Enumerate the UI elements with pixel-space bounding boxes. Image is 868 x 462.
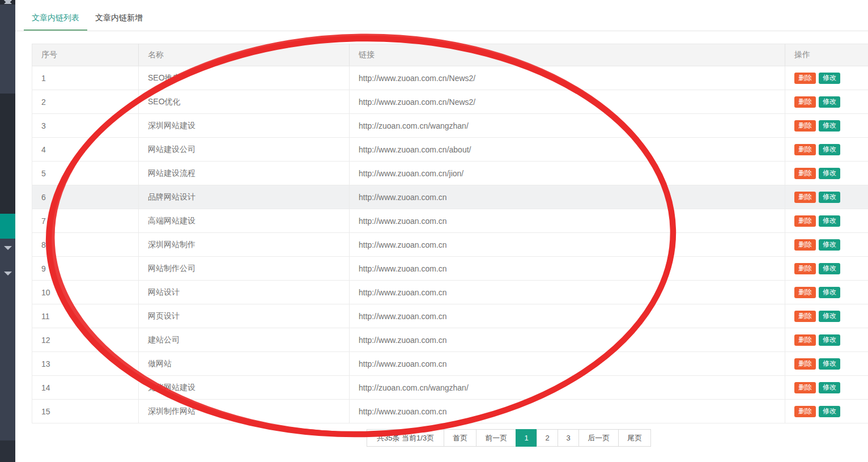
cell-name: SEO优化 — [139, 90, 350, 114]
table-row: 8深圳网站制作http://www.zuoan.com.cn删除修改 — [32, 233, 868, 257]
column-header-action: 操作 — [785, 44, 868, 66]
table-row: 14龙华网站建设http://zuoan.com.cn/wangzhan/删除修… — [32, 376, 868, 400]
cell-name: 网站建设公司 — [139, 138, 350, 162]
cell-no: 11 — [32, 304, 139, 328]
pagination-page-1[interactable]: 1 — [516, 429, 537, 447]
cell-name: 深圳制作网站 — [139, 400, 350, 423]
cell-link: http://www.zuoan.com.cn — [350, 281, 785, 304]
modify-button[interactable]: 修改 — [819, 263, 840, 274]
cell-no: 8 — [32, 233, 139, 257]
cell-link: http://www.zuoan.com.cn — [350, 352, 785, 376]
modify-button[interactable]: 修改 — [819, 96, 840, 108]
modify-button[interactable]: 修改 — [819, 120, 840, 132]
delete-button[interactable]: 删除 — [794, 96, 816, 108]
cell-link: http://www.zuoan.com.cn — [350, 400, 785, 423]
pagination-last[interactable]: 尾页 — [618, 429, 651, 447]
pagination-prev[interactable]: 前一页 — [476, 429, 516, 447]
table-row: 5网站建设流程http://www.zuoan.com.cn/jion/删除修改 — [32, 162, 868, 185]
cell-actions: 删除修改 — [785, 376, 868, 400]
modify-button[interactable]: 修改 — [819, 334, 840, 346]
cell-name: 品牌网站设计 — [139, 185, 350, 209]
cell-no: 12 — [32, 328, 139, 352]
modify-button[interactable]: 修改 — [819, 287, 840, 298]
sidebar-submenu-block — [0, 94, 15, 214]
cell-link: http://www.zuoan.com.cn/jion/ — [350, 162, 785, 185]
modify-button[interactable]: 修改 — [819, 358, 840, 370]
tab-article-link-add[interactable]: 文章内链新增 — [87, 13, 151, 30]
pagination-page-2[interactable]: 2 — [537, 429, 558, 447]
sidebar-bottom-strip — [0, 440, 15, 462]
modify-button[interactable]: 修改 — [819, 239, 840, 251]
table-header-row: 序号 名称 链接 操作 — [32, 44, 868, 66]
delete-button[interactable]: 删除 — [794, 73, 816, 84]
pagination-page-3[interactable]: 3 — [558, 429, 579, 447]
delete-button[interactable]: 删除 — [794, 334, 816, 346]
modify-button[interactable]: 修改 — [819, 382, 840, 393]
modify-button[interactable]: 修改 — [819, 406, 840, 417]
cell-link: http://www.zuoan.com.cn — [350, 328, 785, 352]
delete-button[interactable]: 删除 — [794, 382, 816, 393]
delete-button[interactable]: 删除 — [794, 168, 816, 179]
cell-name: 建站公司 — [139, 328, 350, 352]
column-header-no: 序号 — [32, 44, 139, 66]
sidebar-arrow-down-icon[interactable] — [4, 272, 12, 275]
cell-link: http://zuoan.com.cn/wangzhan/ — [350, 114, 785, 138]
pagination: 共35条 当前1/3页 首页前一页123后一页尾页 — [367, 429, 651, 447]
table-row: 3深圳网站建设http://zuoan.com.cn/wangzhan/删除修改 — [32, 114, 868, 138]
cell-actions: 删除修改 — [785, 209, 868, 233]
pagination-next[interactable]: 后一页 — [578, 429, 619, 447]
table-row: 10网站设计http://www.zuoan.com.cn删除修改 — [32, 281, 868, 304]
table-row: 2SEO优化http://www.zuoan.com.cn/News2/删除修改 — [32, 90, 868, 114]
cell-actions: 删除修改 — [785, 281, 868, 304]
tab-bar: 文章内链列表文章内链新增 — [15, 0, 868, 31]
sidebar-active-indicator[interactable] — [0, 214, 15, 239]
table-row: 11网页设计http://www.zuoan.com.cn删除修改 — [32, 304, 868, 328]
pagination-first[interactable]: 首页 — [444, 429, 476, 447]
cell-no: 15 — [32, 400, 139, 423]
delete-button[interactable]: 删除 — [794, 358, 816, 370]
delete-button[interactable]: 删除 — [794, 215, 816, 227]
table-row: 13做网站http://www.zuoan.com.cn删除修改 — [32, 352, 868, 376]
cell-name: SEO推广 — [139, 66, 350, 90]
delete-button[interactable]: 删除 — [794, 406, 816, 417]
cell-link: http://www.zuoan.com.cn — [350, 257, 785, 281]
cell-actions: 删除修改 — [785, 185, 868, 209]
cell-link: http://www.zuoan.com.cn — [350, 209, 785, 233]
page: 文章内链列表文章内链新增 序号 名称 链接 操作 1SEO推广http://ww… — [0, 0, 868, 462]
cell-no: 6 — [32, 185, 139, 209]
cell-actions: 删除修改 — [785, 90, 868, 114]
modify-button[interactable]: 修改 — [819, 192, 840, 203]
sidebar-arrow-down-icon[interactable] — [4, 0, 12, 4]
cell-actions: 删除修改 — [785, 114, 868, 138]
delete-button[interactable]: 删除 — [794, 144, 816, 155]
cell-name: 高端网站建设 — [139, 209, 350, 233]
delete-button[interactable]: 删除 — [794, 287, 816, 298]
cell-no: 7 — [32, 209, 139, 233]
modify-button[interactable]: 修改 — [819, 144, 840, 155]
modify-button[interactable]: 修改 — [819, 215, 840, 227]
delete-button[interactable]: 删除 — [794, 311, 816, 322]
cell-link: http://www.zuoan.com.cn/News2/ — [350, 66, 785, 90]
modify-button[interactable]: 修改 — [819, 311, 840, 322]
table-row: 15深圳制作网站http://www.zuoan.com.cn删除修改 — [32, 400, 868, 423]
cell-no: 3 — [32, 114, 139, 138]
cell-name: 网站建设流程 — [139, 162, 350, 185]
pagination-summary: 共35条 当前1/3页 — [367, 429, 444, 447]
cell-no: 9 — [32, 257, 139, 281]
cell-actions: 删除修改 — [785, 162, 868, 185]
column-header-name: 名称 — [139, 44, 350, 66]
cell-name: 网站制作公司 — [139, 257, 350, 281]
cell-no: 13 — [32, 352, 139, 376]
modify-button[interactable]: 修改 — [819, 73, 840, 84]
table-row: 12建站公司http://www.zuoan.com.cn删除修改 — [32, 328, 868, 352]
delete-button[interactable]: 删除 — [794, 192, 816, 203]
delete-button[interactable]: 删除 — [794, 263, 816, 274]
tab-article-link-list[interactable]: 文章内链列表 — [24, 13, 87, 31]
delete-button[interactable]: 删除 — [794, 120, 816, 132]
cell-actions: 删除修改 — [785, 304, 868, 328]
modify-button[interactable]: 修改 — [819, 168, 840, 179]
cell-link: http://www.zuoan.com.cn/about/ — [350, 138, 785, 162]
sidebar-arrow-down-icon[interactable] — [4, 246, 12, 250]
article-links-table: 序号 名称 链接 操作 1SEO推广http://www.zuoan.com.c… — [32, 44, 868, 423]
delete-button[interactable]: 删除 — [794, 239, 816, 251]
